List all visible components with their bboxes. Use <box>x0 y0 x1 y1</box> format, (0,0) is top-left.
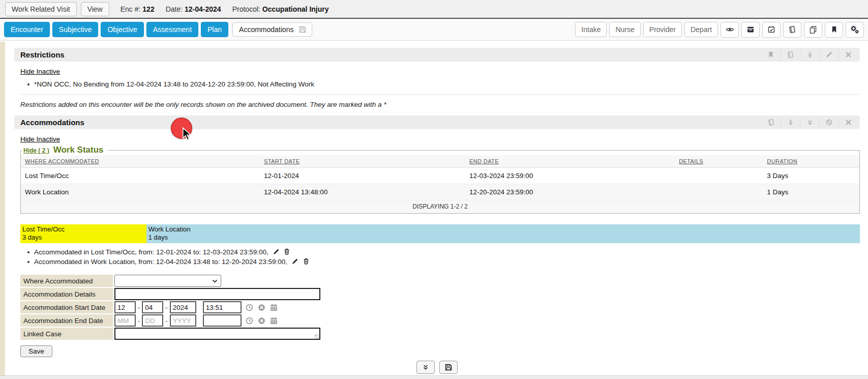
end-year-input[interactable] <box>170 314 196 327</box>
ban-icon[interactable] <box>819 118 839 128</box>
linked-case-label: Linked Case <box>20 328 113 340</box>
calendar-icon[interactable] <box>270 303 278 312</box>
col-end-date[interactable]: END DATE <box>465 155 675 168</box>
linked-case-input[interactable] <box>114 328 320 340</box>
clock-icon[interactable] <box>245 303 254 312</box>
restriction-item: *NON OCC, No Bending from 12-04-2024 13:… <box>27 80 860 89</box>
protocol-label: Protocol: <box>232 5 260 13</box>
accommodation-timeline: Lost Time/Occ 3 days Work Location 1 day… <box>20 224 860 243</box>
clear-circle-icon[interactable] <box>257 303 266 312</box>
start-time-input[interactable] <box>203 301 242 313</box>
timeline-bar-work-location: Work Location 1 days <box>146 224 860 243</box>
protocol: Protocol: Occupational Injury <box>232 5 329 13</box>
mic-icon[interactable] <box>800 50 819 60</box>
where-accommodated-label: Where Accommodated <box>20 275 113 287</box>
end-time-input[interactable] <box>203 314 242 327</box>
collapse-icon[interactable] <box>416 361 435 374</box>
accommodations-section-header: Accommodations <box>14 115 860 129</box>
table-row: Work Location 12-04-2024 13:48:00 12-20-… <box>21 184 859 200</box>
where-accommodated-select[interactable] <box>114 275 221 287</box>
entry-text: Accommodated in Lost Time/Occ, from: 12-… <box>34 248 268 256</box>
archive-icon[interactable] <box>741 22 760 38</box>
tab-objective[interactable]: Objective <box>101 22 143 37</box>
provider-button[interactable]: Provider <box>643 22 682 37</box>
form-row-linked-case: Linked Case <box>20 328 860 340</box>
col-details[interactable]: DETAILS <box>675 155 763 168</box>
tab-encounter[interactable]: Encounter <box>4 22 50 37</box>
cell-start: 12-04-2024 13:48:00 <box>260 184 465 200</box>
accommodation-details-input[interactable] <box>114 288 320 300</box>
calendar-check-icon[interactable] <box>762 22 781 38</box>
book-icon[interactable] <box>781 50 800 60</box>
book-icon[interactable] <box>783 22 801 38</box>
view-button[interactable]: View <box>81 2 109 16</box>
clear-circle-icon[interactable] <box>257 316 266 325</box>
col-where-accommodated[interactable]: WHERE ACCOMMODATED <box>21 155 260 168</box>
restrictions-hide-inactive-link[interactable]: Hide Inactive <box>20 68 60 75</box>
nurse-button[interactable]: Nurse <box>609 22 640 37</box>
cell-duration: 3 Days <box>763 168 859 184</box>
date-separator: - <box>138 304 140 311</box>
save-icon[interactable] <box>439 361 458 374</box>
work-status-fieldset: Hide ( 2 ) Work Status WHERE ACCOMMODATE… <box>20 145 860 214</box>
timeline-bar-duration: 1 days <box>148 234 860 242</box>
end-month-input[interactable] <box>114 314 136 327</box>
pencil-icon[interactable] <box>291 258 298 265</box>
date-separator: - <box>165 317 167 325</box>
end-day-input[interactable] <box>142 314 163 327</box>
form-row-details: Accommodation Details <box>20 288 860 300</box>
clock-icon[interactable] <box>245 316 254 325</box>
accommodation-details-label: Accommodation Details <box>20 288 113 300</box>
col-duration[interactable]: DURATION <box>763 155 859 168</box>
save-icon[interactable] <box>298 25 307 34</box>
entry-text: Accommodated in Work Location, from: 12-… <box>34 258 287 266</box>
tab-accommodations-label: Accommodations <box>239 25 293 34</box>
pencil-icon[interactable] <box>819 50 839 60</box>
cell-details <box>675 184 763 200</box>
save-button[interactable]: Save <box>20 345 52 357</box>
pencil-icon[interactable] <box>273 248 280 255</box>
tab-assessment[interactable]: Assessment <box>146 22 198 37</box>
calendar-icon[interactable] <box>270 316 278 325</box>
bottom-strip <box>0 375 868 379</box>
trash-icon[interactable] <box>283 248 290 255</box>
work-status-hide-link[interactable]: Hide ( 2 ) <box>23 147 49 154</box>
accommodations-hide-inactive-link[interactable]: Hide Inactive <box>20 135 60 143</box>
start-year-input[interactable] <box>170 301 196 313</box>
gears-icon[interactable] <box>846 22 864 38</box>
start-day-input[interactable] <box>142 301 163 313</box>
form-row-where: Where Accommodated <box>20 275 860 287</box>
tab-accommodations[interactable]: Accommodations <box>232 22 312 37</box>
protocol-value: Occupational Injury <box>262 5 329 13</box>
restrictions-note: Restrictions added on this encounter wil… <box>20 94 860 108</box>
timeline-bar-duration: 3 days <box>22 234 146 242</box>
work-status-legend: Hide ( 2 ) Work Status <box>22 145 108 155</box>
depart-button[interactable]: Depart <box>684 22 718 37</box>
intake-button[interactable]: Intake <box>575 22 607 37</box>
eye-icon[interactable] <box>721 22 739 38</box>
close-icon[interactable] <box>839 118 858 128</box>
tab-subjective[interactable]: Subjective <box>52 22 99 37</box>
copy-icon[interactable] <box>804 22 822 38</box>
col-start-date[interactable]: START DATE <box>260 155 465 168</box>
collapse-icon[interactable] <box>800 118 819 128</box>
bookmark-icon[interactable] <box>825 22 843 38</box>
start-month-input[interactable] <box>114 301 136 313</box>
accommodation-form: Where Accommodated Accommodation Details… <box>20 275 860 357</box>
restrictions-title: Restrictions <box>20 50 65 59</box>
table-row: Lost Time/Occ 12-01-2024 12-03-2024 23:5… <box>21 168 859 184</box>
enc-label: Enc #: <box>121 5 141 13</box>
date-value: 12-04-2024 <box>185 5 221 13</box>
trash-icon[interactable] <box>303 257 310 265</box>
restrictions-header-icons <box>761 50 858 60</box>
close-icon[interactable] <box>839 50 858 60</box>
main-content: Restrictions Hide Inactive *NON OCC, No … <box>0 48 868 374</box>
mic-icon[interactable] <box>781 118 800 128</box>
tab-plan[interactable]: Plan <box>201 22 228 37</box>
date-separator: - <box>138 317 140 325</box>
click-indicator <box>171 118 192 139</box>
book-icon[interactable] <box>761 118 781 128</box>
timeline-bar-label: Work Location <box>148 225 860 234</box>
work-related-visit-button[interactable]: Work Related Visit <box>5 2 77 16</box>
bookmark-icon[interactable] <box>761 50 781 60</box>
